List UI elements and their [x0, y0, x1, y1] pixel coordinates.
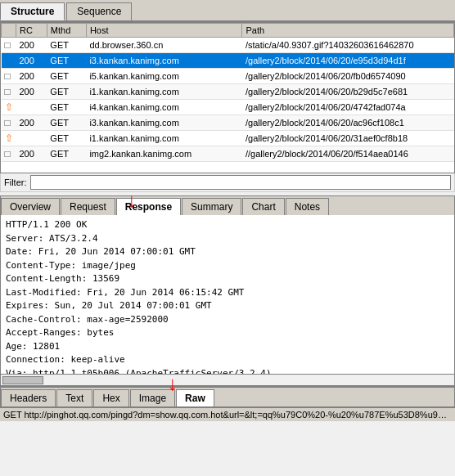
arrow-overlay: ↓ OverviewRequestResponseSummaryChartNot… — [0, 195, 455, 407]
row-method: GET — [47, 53, 86, 69]
bottom-tab-request[interactable]: Request — [61, 198, 115, 215]
table-row[interactable]: ⇧GETi4.kankan.kanimg.com/gallery2/block/… — [2, 100, 454, 115]
row-icon-cell: □ — [2, 84, 16, 100]
table-row[interactable]: □200GETi1.kankan.kanimg.com/gallery2/blo… — [2, 84, 454, 100]
row-path: /gallery2/block/2014/06/20/e95d3d94d1f — [242, 53, 454, 69]
response-line: Age: 12801 — [6, 340, 449, 354]
row-path: /gallery2/block/2014/06/20/4742fad074a — [242, 100, 454, 115]
row-method: GET — [47, 131, 86, 146]
col-header-host: Host — [86, 24, 242, 38]
main-wrapper: Structure Sequence RC Mthd Host Path □20… — [0, 0, 455, 421]
table-row[interactable]: □200GETdd.browser.360.cn/static/a/40.930… — [2, 38, 454, 53]
network-icon: □ — [5, 117, 11, 128]
row-path: /gallery2/block/2014/06/20/31aef0cf8b18 — [242, 131, 454, 146]
table-row[interactable]: □200GETi5.kankan.kanimg.com/gallery2/blo… — [2, 69, 454, 84]
row-path: /static/a/40.9307.gif?14032603616462870 — [242, 38, 454, 53]
network-icon: ■ — [5, 55, 11, 66]
network-icon: □ — [5, 39, 11, 51]
row-rc: 200 — [16, 69, 47, 84]
network-icon: □ — [5, 148, 11, 159]
sub-tab-headers[interactable]: Headers — [1, 389, 56, 406]
row-host: dd.browser.360.cn — [86, 38, 242, 53]
row-host: i4.kankan.kanimg.com — [86, 100, 242, 115]
row-rc — [16, 100, 47, 115]
row-host: i3.kankan.kanimg.com — [86, 53, 242, 69]
sub-tab-hex[interactable]: Hex — [93, 389, 128, 406]
row-path: /gallery2/block/2014/06/20/b29d5c7e681 — [242, 84, 454, 100]
sub-tabs-row: HeadersTextHexImageRaw — [0, 386, 455, 407]
top-tabs: Structure Sequence — [0, 0, 455, 22]
sub-tab-text[interactable]: Text — [56, 389, 92, 406]
row-method: GET — [47, 115, 86, 131]
response-line: Connection: keep-alive — [6, 353, 449, 367]
filter-input[interactable] — [30, 175, 452, 190]
col-header-rc: RC — [16, 24, 47, 38]
bottom-tab-summary[interactable]: Summary — [182, 198, 241, 215]
response-line: Via: http/1.1 t05b006 (ApacheTrafficServ… — [6, 367, 449, 375]
row-icon-cell: ⇧ — [2, 131, 16, 146]
sub-tab-raw[interactable]: Raw — [176, 389, 214, 406]
row-method: GET — [47, 84, 86, 100]
row-icon-cell: ■ — [2, 53, 16, 69]
request-table-area: RC Mthd Host Path □200GETdd.browser.360.… — [0, 22, 455, 173]
status-bar: GET http://pinghot.qq.com/pingd?dm=show.… — [0, 407, 455, 421]
table-row[interactable]: □200GETimg2.kankan.kanimg.com//gallery2/… — [2, 146, 454, 162]
row-method: GET — [47, 69, 86, 84]
response-line: HTTP/1.1 200 OK — [6, 218, 449, 232]
response-line: Accept-Ranges: bytes — [6, 326, 449, 340]
network-icon: □ — [5, 86, 11, 97]
table-row[interactable]: ■200GETi3.kankan.kanimg.com/gallery2/blo… — [2, 53, 454, 69]
row-rc: 200 — [16, 53, 47, 69]
row-path: /gallery2/block/2014/06/20/fb0d6574090 — [242, 69, 454, 84]
table-row[interactable]: ⇧GETi1.kankan.kanimg.com/gallery2/block/… — [2, 131, 454, 146]
network-icon: □ — [5, 70, 11, 82]
bottom-tab-chart[interactable]: Chart — [242, 198, 284, 215]
h-scrollbar[interactable] — [2, 376, 43, 384]
sub-tab-image[interactable]: Image — [130, 389, 175, 406]
bottom-tabs-row: OverviewRequestResponseSummaryChartNotes — [0, 195, 455, 215]
col-header-path: Path — [242, 24, 454, 38]
response-line: Content-Type: image/jpeg — [6, 259, 449, 273]
row-icon-cell: ⇧ — [2, 100, 16, 115]
bottom-tab-overview[interactable]: Overview — [1, 198, 60, 215]
row-path: //gallery2/block/2014/06/20/f514aea0146 — [242, 146, 454, 162]
arrow-up-icon: ⇧ — [5, 101, 13, 113]
bottom-tab-notes[interactable]: Notes — [286, 198, 329, 215]
row-icon-cell: □ — [2, 146, 16, 162]
h-scrollbar-wrapper — [0, 375, 455, 386]
filter-bar: Filter: — [0, 173, 455, 192]
row-method: GET — [47, 100, 86, 115]
response-area: HTTP/1.1 200 OKServer: ATS/3.2.4Date: Fr… — [0, 215, 455, 375]
row-icon-cell: □ — [2, 69, 16, 84]
arrow-up-icon: ⇧ — [5, 132, 13, 144]
response-line: Date: Fri, 20 Jun 2014 07:00:01 GMT — [6, 245, 449, 259]
row-rc — [16, 131, 47, 146]
row-icon-cell: □ — [2, 38, 16, 53]
row-host: i1.kankan.kanimg.com — [86, 84, 242, 100]
request-table: RC Mthd Host Path □200GETdd.browser.360.… — [1, 23, 454, 162]
row-rc: 200 — [16, 84, 47, 100]
response-line: Last-Modified: Fri, 20 Jun 2014 06:15:42… — [6, 286, 449, 300]
row-host: i1.kankan.kanimg.com — [86, 131, 242, 146]
tab-sequence[interactable]: Sequence — [66, 2, 132, 20]
row-icon-cell: □ — [2, 115, 16, 131]
tab-structure[interactable]: Structure — [0, 2, 65, 20]
filter-label: Filter: — [4, 177, 27, 187]
table-row[interactable]: □200GETi3.kankan.kanimg.com/gallery2/blo… — [2, 115, 454, 131]
row-rc: 200 — [16, 115, 47, 131]
response-line: Server: ATS/3.2.4 — [6, 232, 449, 246]
row-method: GET — [47, 38, 86, 53]
row-host: img2.kankan.kanimg.com — [86, 146, 242, 162]
row-method: GET — [47, 146, 86, 162]
row-host: i5.kankan.kanimg.com — [86, 69, 242, 84]
response-line: Cache-Control: max-age=2592000 — [6, 313, 449, 327]
row-host: i3.kankan.kanimg.com — [86, 115, 242, 131]
bottom-tab-response[interactable]: Response — [116, 198, 181, 215]
response-line: Expires: Sun, 20 Jul 2014 07:00:01 GMT — [6, 299, 449, 313]
row-rc: 200 — [16, 38, 47, 53]
row-rc: 200 — [16, 146, 47, 162]
row-path: /gallery2/block/2014/06/20/ac96cf108c1 — [242, 115, 454, 131]
response-line: Content-Length: 13569 — [6, 272, 449, 286]
col-header-method: Mthd — [47, 24, 86, 38]
col-header-icon — [2, 24, 16, 38]
